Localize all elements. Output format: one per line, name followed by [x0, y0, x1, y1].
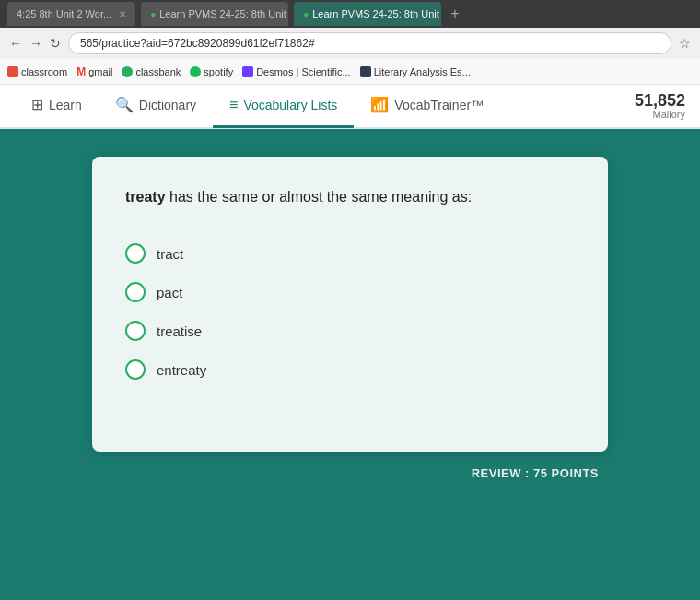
answer-treatise[interactable]: treatise [125, 312, 575, 350]
points-user-label: Mallory [635, 109, 685, 120]
review-bar: REVIEW : 75 POINTS [92, 466, 608, 480]
bookmark-classroom[interactable]: classroom [7, 66, 67, 77]
bookmark-gmail[interactable]: M gmail [76, 65, 112, 78]
new-tab-button[interactable]: + [450, 6, 459, 22]
answer-pact-label: pact [157, 285, 182, 300]
bookmark-desmos[interactable]: Desmos | Scientific... [242, 66, 351, 77]
vocabulary-lists-icon: ≡ [229, 97, 238, 113]
answer-pact[interactable]: pact [125, 273, 575, 312]
literary-icon [360, 66, 371, 77]
quiz-card: treaty has the same or almost the same m… [92, 157, 608, 452]
tab-3[interactable]: ● Learn PVMS 24-25: 8th Unit 2 ✕ [294, 2, 441, 26]
nav-dictionary[interactable]: 🔍 Dictionary [99, 84, 213, 128]
desmos-icon [242, 66, 253, 77]
bookmark-gmail-label: gmail [88, 66, 112, 77]
answer-entreaty-label: entreaty [157, 362, 206, 378]
bookmark-star-icon[interactable]: ☆ [679, 36, 691, 51]
tab-3-label: Learn PVMS 24-25: 8th Unit 2 [312, 8, 441, 19]
back-button[interactable]: ← [9, 36, 22, 51]
radio-tract[interactable] [125, 243, 146, 264]
points-display: 51,852 Mallory [635, 92, 685, 120]
classroom-icon [7, 66, 18, 77]
tab-3-favicon: ● [303, 9, 309, 19]
radio-treatise[interactable] [125, 321, 146, 341]
bookmarks-bar: classroom M gmail classbank spotify Desm… [0, 59, 700, 85]
answer-tract[interactable]: tract [125, 234, 575, 273]
nav-dictionary-label: Dictionary [139, 98, 196, 112]
nav-vocabtrainer[interactable]: 📶 VocabTrainer™ [354, 84, 500, 128]
points-number: 51,852 [635, 92, 685, 109]
bookmark-spotify-label: spotify [204, 66, 233, 77]
quiz-question: treaty has the same or almost the same m… [125, 186, 575, 208]
bookmark-classbank[interactable]: classbank [122, 66, 181, 77]
address-bar: ← → ↻ ☆ [0, 28, 700, 59]
classbank-icon [122, 66, 133, 77]
browser-chrome: 4:25 8th Unit 2 Wor... ✕ ● Learn PVMS 24… [0, 0, 700, 28]
radio-pact[interactable] [125, 282, 146, 302]
tab-1-close-icon[interactable]: ✕ [119, 9, 126, 19]
question-text: has the same or almost the same meaning … [166, 189, 472, 205]
tab-1[interactable]: 4:25 8th Unit 2 Wor... ✕ [7, 2, 135, 26]
app-area: ⊞ Learn 🔍 Dictionary ≡ Vocabulary Lists … [0, 85, 700, 600]
tab-2-label: Learn PVMS 24-25: 8th Unit 2 [159, 8, 288, 19]
nav-bar: ⊞ Learn 🔍 Dictionary ≡ Vocabulary Lists … [0, 85, 700, 129]
nav-vocabulary-lists[interactable]: ≡ Vocabulary Lists [213, 84, 354, 128]
bookmark-literary-label: Literary Analysis Es... [374, 66, 471, 77]
main-content: treaty has the same or almost the same m… [0, 129, 700, 508]
reload-button[interactable]: ↻ [50, 36, 61, 51]
vocabtrainer-icon: 📶 [370, 96, 389, 113]
nav-vocabtrainer-label: VocabTrainer™ [394, 98, 484, 112]
bookmark-classbank-label: classbank [135, 66, 181, 77]
answer-treatise-label: treatise [157, 324, 202, 339]
spotify-icon [190, 66, 201, 77]
radio-entreaty[interactable] [125, 359, 146, 380]
review-points-label: REVIEW : 75 POINTS [472, 466, 599, 480]
answer-tract-label: tract [157, 246, 183, 262]
gmail-icon: M [76, 65, 86, 78]
nav-learn-label: Learn [49, 98, 82, 112]
address-input[interactable] [68, 32, 671, 54]
dictionary-icon: 🔍 [115, 96, 134, 113]
bookmark-literary[interactable]: Literary Analysis Es... [360, 66, 471, 77]
learn-icon: ⊞ [31, 96, 43, 113]
answer-entreaty[interactable]: entreaty [125, 350, 575, 389]
tab-2-favicon: ● [150, 9, 156, 19]
forward-button[interactable]: → [29, 36, 42, 51]
nav-learn[interactable]: ⊞ Learn [15, 84, 99, 128]
tab-1-label: 4:25 8th Unit 2 Wor... [17, 8, 111, 19]
tab-2[interactable]: ● Learn PVMS 24-25: 8th Unit 2 ✕ [141, 2, 288, 26]
bookmark-classroom-label: classroom [21, 66, 67, 77]
nav-vocabulary-lists-label: Vocabulary Lists [243, 98, 337, 112]
bookmark-spotify[interactable]: spotify [190, 66, 233, 77]
question-word: treaty [125, 189, 166, 205]
bookmark-desmos-label: Desmos | Scientific... [256, 66, 351, 77]
